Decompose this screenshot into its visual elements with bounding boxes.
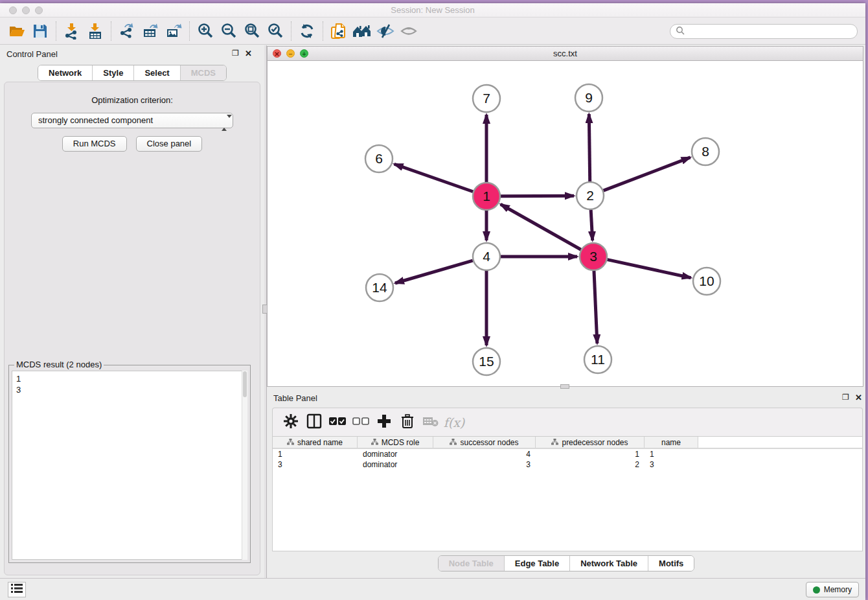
eye-icon — [400, 23, 418, 40]
edge-2-8[interactable] — [604, 157, 691, 190]
float-panel-icon[interactable]: ❐ — [232, 49, 239, 57]
zoom-fit-button[interactable] — [240, 20, 264, 42]
close-panel-icon[interactable]: ✕ — [245, 49, 252, 58]
hide-selected-button[interactable] — [374, 20, 397, 42]
task-history-button[interactable] — [8, 582, 26, 597]
select-all-columns-button[interactable] — [326, 411, 349, 433]
save-icon — [32, 23, 48, 39]
open-folder-icon — [8, 23, 25, 40]
show-all-button disabled[interactable] — [397, 20, 420, 42]
toolbar-separator — [291, 21, 291, 41]
zoom-selected-button[interactable] — [264, 20, 287, 42]
clone-network-icon — [330, 22, 348, 40]
deselect-all-columns-button[interactable] — [349, 411, 372, 433]
network-view-window: ✕ – + scc.txt 7968124314101511 — [267, 46, 863, 387]
tab-network[interactable]: Network — [38, 65, 93, 80]
task-list-icon — [11, 583, 23, 596]
table-cell[interactable]: 1 — [536, 449, 645, 459]
tab-network-table[interactable]: Network Table — [570, 556, 648, 571]
tab-node-table[interactable]: Node Table — [439, 556, 505, 571]
table-cell[interactable]: dominator — [358, 449, 433, 459]
apply-layout-button[interactable] — [295, 20, 319, 42]
save-session-button[interactable] — [29, 20, 52, 42]
optimization-criterion-dropdown[interactable]: strongly connected component — [31, 113, 233, 128]
table-cell[interactable]: 4 — [433, 449, 536, 459]
search-input[interactable] — [688, 27, 850, 36]
hierarchy-icon — [551, 438, 558, 447]
close-panel-button[interactable]: Close panel — [136, 136, 203, 152]
search-box[interactable] — [670, 24, 858, 39]
trash-icon — [401, 414, 414, 431]
memory-button[interactable]: Memory — [806, 582, 859, 597]
edge-3-10[interactable] — [607, 260, 691, 278]
zoom-out-button[interactable] — [217, 20, 240, 42]
hierarchy-icon — [450, 438, 457, 447]
table-tabs: Node TableEdge TableNetwork TableMotifs — [267, 555, 865, 571]
new-network-from-selection-button[interactable] — [327, 20, 350, 42]
table-cell[interactable]: 1 — [273, 449, 358, 459]
mcds-panel: Optimization criterion: strongly connect… — [4, 82, 260, 575]
control-panel-title: Control Panel — [6, 49, 58, 59]
table-cell[interactable]: 3 — [433, 459, 536, 470]
graph-node-label: 1 — [483, 189, 490, 203]
import-network-icon — [63, 23, 80, 40]
tab-motifs[interactable]: Motifs — [648, 556, 694, 571]
table-cell[interactable]: 3 — [645, 459, 698, 470]
result-scrollbar[interactable] — [242, 371, 247, 560]
network-resize-grip[interactable] — [560, 384, 569, 389]
export-table-icon — [142, 23, 159, 40]
table-row[interactable]: 1dominator411 — [273, 449, 862, 459]
mcds-result-group: MCDS result (2 nodes) 1 3 — [8, 365, 251, 563]
table-row[interactable]: 3dominator323 — [273, 459, 862, 470]
column-header-predecessor-nodes[interactable]: predecessor nodes — [536, 437, 645, 448]
column-header-successor-nodes[interactable]: successor nodes — [433, 437, 536, 448]
edge-1-6[interactable] — [394, 164, 474, 191]
table-cell[interactable]: 2 — [536, 459, 645, 470]
column-header-name[interactable]: name — [645, 437, 698, 448]
zoom-in-button[interactable] — [194, 20, 217, 42]
toolbar-separator — [189, 21, 190, 41]
close-panel-icon[interactable]: ✕ — [855, 393, 862, 402]
run-mcds-button[interactable]: Run MCDS — [62, 136, 127, 152]
delete-table-button disabled[interactable] — [419, 411, 442, 433]
table-cell[interactable]: dominator — [358, 459, 433, 470]
tab-mcds[interactable]: MCDS — [181, 65, 226, 80]
edge-3-11[interactable] — [594, 271, 597, 343]
search-icon — [676, 26, 685, 38]
edge-2-3[interactable] — [591, 210, 593, 240]
network-canvas[interactable]: 7968124314101511 — [268, 61, 863, 386]
column-label: shared name — [297, 438, 343, 447]
create-column-button[interactable] — [372, 411, 396, 433]
import-network-button[interactable] — [60, 20, 84, 42]
delete-column-button[interactable] — [396, 411, 419, 433]
column-header-shared-name[interactable]: shared name — [273, 437, 358, 448]
tab-select[interactable]: Select — [134, 65, 180, 80]
table-cell[interactable]: 3 — [273, 459, 358, 470]
table-cell[interactable]: 1 — [645, 449, 698, 459]
export-network-button[interactable] — [115, 20, 139, 42]
first-neighbors-button[interactable] — [350, 20, 374, 42]
edge-3-1[interactable] — [501, 204, 581, 249]
column-header-MCDS-role[interactable]: MCDS role — [358, 437, 433, 448]
tab-edge-table[interactable]: Edge Table — [505, 556, 570, 571]
edge-2-9[interactable] — [589, 114, 589, 181]
open-session-button[interactable] — [5, 20, 29, 42]
mcds-result-textarea[interactable]: 1 3 — [12, 371, 247, 560]
table-settings-button[interactable] — [279, 411, 303, 433]
edge-4-14[interactable] — [395, 260, 473, 283]
float-panel-icon[interactable]: ❐ — [842, 393, 849, 401]
node-table[interactable]: shared nameMCDS rolesuccessor nodesprede… — [272, 436, 863, 551]
function-builder-button disabled[interactable]: f(x) — [442, 411, 466, 433]
graph-node-label: 14 — [372, 280, 387, 295]
table-toolbar: f(x) — [272, 408, 863, 436]
export-table-button[interactable] — [139, 20, 162, 42]
column-label: successor nodes — [460, 438, 518, 447]
window-title: Session: New Session — [0, 5, 865, 15]
export-image-button[interactable] — [162, 20, 185, 42]
show-column-panel-button[interactable] — [303, 411, 326, 433]
hierarchy-icon — [371, 438, 378, 447]
import-table-button[interactable] — [84, 20, 107, 42]
refresh-icon — [299, 23, 315, 40]
tab-style[interactable]: Style — [93, 65, 134, 80]
edge-1-2[interactable] — [501, 196, 574, 196]
